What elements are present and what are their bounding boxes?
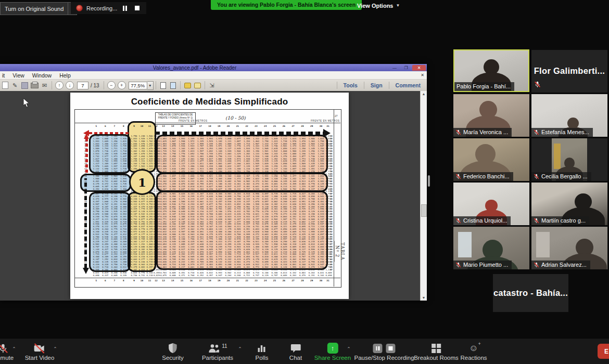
participant-tile[interactable]: Pablo Forgia - Bahí... [453, 49, 529, 92]
polls-button[interactable]: Polls [256, 342, 269, 361]
zoom-level-input[interactable]: 77,5% [129, 82, 147, 89]
mouse-cursor [23, 98, 30, 110]
scrollbar-thumb[interactable] [421, 204, 427, 217]
mic-off-icon [534, 174, 539, 179]
window-title: Valores_avance.pdf - Adobe Reader [0, 65, 389, 71]
participants-count: 11 [222, 343, 227, 349]
recording-label: Recording... [86, 5, 117, 11]
red-dashed-arrow-left [89, 132, 129, 135]
participant-tile[interactable]: Martiín castro g... [531, 183, 607, 225]
close-button[interactable]: ✕ [412, 65, 426, 71]
previous-page-button[interactable]: ↑ [55, 81, 64, 89]
toolbar-label: Pause/Stop Recording [354, 355, 414, 361]
view-options-label: View Options [357, 3, 393, 9]
print-icon[interactable] [30, 81, 39, 89]
video-button[interactable]: Start Video [25, 342, 55, 361]
save-icon[interactable] [20, 81, 29, 89]
participant-name-label: catastro - Bahía... [493, 288, 568, 297]
comment-bubble-icon[interactable] [183, 81, 192, 89]
toolbar-label: Start Video [25, 355, 55, 361]
scroll-down-icon[interactable]: ▼ [421, 295, 427, 301]
view-options-button[interactable]: View Options ▼ [357, 1, 400, 10]
recording-indicator: Recording... [71, 2, 146, 14]
end-meeting-button[interactable]: E [598, 344, 609, 359]
toolbar-label: Polls [256, 355, 269, 361]
menu-item-help[interactable]: Help [59, 72, 71, 79]
pdf-scrollbar[interactable]: ▲ ▼ [420, 91, 427, 301]
participant-tile[interactable]: Estefanía Menes... [531, 94, 607, 137]
reactions-button[interactable]: ☺+Reactions [460, 342, 487, 361]
toolbar-label: Security [162, 355, 184, 361]
participant-tile[interactable]: Federico Banchi... [453, 138, 529, 181]
chat-icon [290, 343, 301, 353]
open-icon[interactable] [1, 81, 9, 89]
zoom-in-button[interactable]: + [118, 81, 126, 89]
adobe-menu-bar: ✕ itViewWindowHelp [0, 71, 427, 80]
page-number-input[interactable]: 7 [77, 82, 88, 89]
chevron-up-icon[interactable]: ⌃ [53, 346, 57, 352]
toolbar-label: Participants [202, 355, 233, 361]
mic-off-icon [455, 129, 461, 135]
participant-name-label: Martiín castro g... [531, 216, 589, 225]
tab-comment[interactable]: Comment [389, 82, 427, 88]
participant-name-label: Cristina Urquiol... [453, 216, 511, 225]
zoom-out-button[interactable]: − [107, 81, 116, 89]
breakout-rooms-icon [432, 344, 441, 353]
restore-button[interactable]: ❐ [401, 65, 411, 71]
toolbar-label: Reactions [460, 355, 487, 361]
record-button[interactable]: Pause/Stop Recording [354, 342, 414, 361]
participant-name-label: Cecilia Bergallo ... [531, 172, 591, 181]
menu-item-window[interactable]: Window [32, 72, 52, 79]
next-page-button[interactable]: ↓ [66, 81, 74, 89]
participant-tile[interactable]: Mario Piumetto ... [453, 227, 529, 269]
range-label: (10 - 50) [225, 115, 246, 121]
zoom-dropdown-icon[interactable]: ▼ [147, 81, 154, 90]
security-button[interactable]: Security [162, 342, 184, 361]
mute-button[interactable]: Unmute [0, 342, 14, 361]
highlight-icon[interactable] [193, 81, 202, 89]
participant-name-label: María Veronica ... [453, 128, 512, 137]
original-sound-button[interactable]: Turn on Original Sound ▼ [0, 2, 77, 15]
recording-dot-icon [76, 5, 83, 11]
chevron-up-icon[interactable]: ⌃ [12, 346, 16, 352]
reactions-icon: ☺+ [469, 344, 478, 353]
stop-recording-icon[interactable] [133, 4, 141, 12]
frente-label-right: FRENTE EN METROS [311, 120, 340, 122]
participant-tile[interactable]: María Veronica ... [453, 94, 529, 137]
email-icon[interactable]: ✉ [40, 81, 49, 89]
chevron-up-icon[interactable]: ⌃ [347, 346, 351, 352]
sign-pen-icon[interactable]: ✎ [10, 81, 19, 89]
participant-tile[interactable]: Cristina Urquiol... [453, 183, 529, 225]
pause-recording-icon[interactable] [121, 4, 129, 12]
share-button[interactable]: ↑Share Screen [314, 342, 351, 361]
fit-width-icon[interactable] [159, 81, 168, 89]
scroll-up-icon[interactable]: ▲ [421, 91, 427, 97]
fit-page-icon[interactable] [169, 81, 177, 89]
participant-tile[interactable]: catastro - Bahía... [493, 274, 568, 312]
mic-off-icon [455, 174, 461, 179]
tab-tools[interactable]: Tools [337, 82, 364, 88]
close-document-icon[interactable]: ✕ [421, 73, 424, 77]
participant-name-label: Estefanía Menes... [531, 128, 593, 137]
participant-tile[interactable]: Adrian Salvarez... [531, 227, 607, 269]
adobe-action-tabs: ToolsSignComment [337, 80, 427, 91]
menu-item-view[interactable]: View [12, 72, 24, 79]
minimize-button[interactable]: — [389, 65, 400, 71]
circle-one-annotation: 1 [129, 169, 155, 195]
stop-icon [386, 344, 395, 353]
menu-item-it[interactable]: it [2, 72, 5, 79]
participants-button[interactable]: 11Participants [202, 342, 233, 361]
chevron-up-icon[interactable]: ⌃ [238, 346, 242, 352]
participant-tile[interactable]: Flor Galimberti... [531, 50, 607, 93]
toolbar-label: Chat [289, 355, 302, 361]
mic-off-icon [534, 81, 541, 88]
chat-button[interactable]: Chat [289, 342, 302, 361]
participant-tile[interactable]: Cecilia Bergallo ... [531, 138, 607, 181]
panel-divider-handle[interactable] [428, 175, 430, 187]
breakout-button[interactable]: Breakout Rooms [414, 342, 459, 361]
adobe-title-bar[interactable]: Valores_avance.pdf - Adobe Reader — ❐ ✕ [0, 64, 427, 71]
fullscreen-icon[interactable]: ⇲ [208, 81, 217, 89]
dashed-arrow-right [155, 132, 325, 135]
zoom-meeting-screen: Turn on Original Sound ▼ Recording... Yo… [0, 0, 609, 364]
tab-sign[interactable]: Sign [364, 82, 389, 88]
